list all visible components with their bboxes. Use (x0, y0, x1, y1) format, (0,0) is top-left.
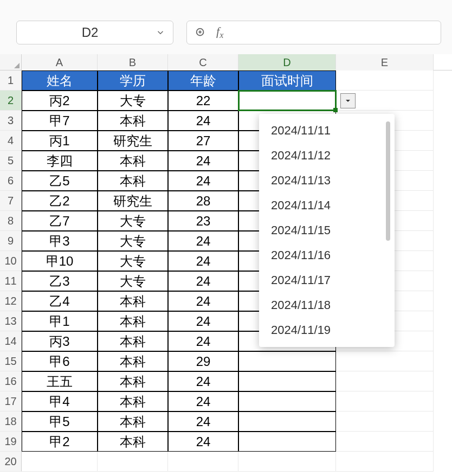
row-header[interactable]: 6 (0, 171, 22, 191)
cell-B7[interactable]: 研究生 (98, 191, 168, 211)
cell-C1[interactable]: 年龄 (168, 70, 238, 91)
cell-C18[interactable]: 24 (168, 411, 238, 432)
cell-A17[interactable]: 甲4 (22, 391, 98, 411)
dropdown-option[interactable]: 2024/11/16 (259, 243, 386, 268)
cell-A2[interactable]: 丙2 (22, 91, 98, 111)
cell-C4[interactable]: 27 (168, 131, 238, 151)
dropdown-scrollbar[interactable] (386, 121, 391, 339)
cell-D16[interactable] (238, 371, 336, 391)
cell-A12[interactable]: 乙4 (22, 291, 98, 311)
cell-C6[interactable]: 24 (168, 171, 238, 191)
dropdown-option[interactable]: 2024/11/19 (259, 318, 386, 343)
cell-D2[interactable] (238, 91, 336, 111)
cell-B12[interactable]: 本科 (98, 291, 168, 311)
row-header[interactable]: 9 (0, 231, 22, 251)
cell-A10[interactable]: 甲10 (22, 251, 98, 271)
cell-A14[interactable]: 丙3 (22, 331, 98, 351)
cell-B1[interactable]: 学历 (98, 70, 168, 91)
row-header[interactable]: 4 (0, 131, 22, 151)
cell-C10[interactable]: 24 (168, 251, 238, 271)
cell-E16[interactable] (336, 371, 434, 391)
dropdown-option[interactable]: 2024/11/13 (259, 168, 386, 193)
column-header-a[interactable]: A (22, 54, 98, 70)
validation-dropdown-button[interactable] (340, 93, 356, 108)
cell-E19[interactable] (336, 432, 434, 452)
cell-A11[interactable]: 乙3 (22, 271, 98, 291)
column-header-c[interactable]: C (168, 54, 238, 70)
cell-B6[interactable]: 本科 (98, 171, 168, 191)
cell-D1[interactable]: 面试时间 (238, 70, 336, 91)
cell-A7[interactable]: 乙2 (22, 191, 98, 211)
cell-C14[interactable]: 24 (168, 331, 238, 351)
row-header[interactable]: 3 (0, 111, 22, 131)
dropdown-option[interactable]: 2024/11/14 (259, 193, 386, 218)
cell-C5[interactable]: 24 (168, 151, 238, 171)
cell-A18[interactable]: 甲5 (22, 411, 98, 432)
cell-A1[interactable]: 姓名 (22, 70, 98, 91)
cell-A8[interactable]: 乙7 (22, 211, 98, 231)
cell-E15[interactable] (336, 351, 434, 371)
cell-A4[interactable]: 丙1 (22, 131, 98, 151)
dropdown-option[interactable]: 2024/11/12 (259, 143, 386, 168)
cell-C19[interactable]: 24 (168, 432, 238, 452)
cell-A20[interactable] (22, 452, 98, 472)
cell-C9[interactable]: 24 (168, 231, 238, 251)
row-header[interactable]: 19 (0, 432, 22, 452)
cell-C2[interactable]: 22 (168, 91, 238, 111)
cell-A5[interactable]: 李四 (22, 151, 98, 171)
row-header[interactable]: 12 (0, 291, 22, 311)
cell-E1[interactable] (336, 70, 434, 91)
lookup-icon[interactable] (195, 27, 206, 38)
cell-C20[interactable] (168, 452, 238, 472)
cell-B19[interactable]: 本科 (98, 432, 168, 452)
row-header[interactable]: 18 (0, 411, 22, 432)
cell-A13[interactable]: 甲1 (22, 311, 98, 331)
column-header-b[interactable]: B (98, 54, 168, 70)
row-header[interactable]: 17 (0, 391, 22, 411)
cell-D18[interactable] (238, 411, 336, 432)
row-header[interactable]: 11 (0, 271, 22, 291)
cell-A9[interactable]: 甲3 (22, 231, 98, 251)
dropdown-scrollbar-thumb[interactable] (386, 121, 390, 241)
column-header-d[interactable]: D (238, 54, 336, 70)
cell-A3[interactable]: 甲7 (22, 111, 98, 131)
cell-C7[interactable]: 28 (168, 191, 238, 211)
cell-B10[interactable]: 大专 (98, 251, 168, 271)
row-header[interactable]: 7 (0, 191, 22, 211)
formula-input[interactable] (233, 27, 433, 39)
cell-C3[interactable]: 24 (168, 111, 238, 131)
cell-E20[interactable] (336, 452, 434, 472)
cell-D19[interactable] (238, 432, 336, 452)
cell-B15[interactable]: 本科 (98, 351, 168, 371)
cell-C15[interactable]: 29 (168, 351, 238, 371)
cell-C12[interactable]: 24 (168, 291, 238, 311)
row-header[interactable]: 13 (0, 311, 22, 331)
row-header[interactable]: 10 (0, 251, 22, 271)
name-box[interactable]: D2 (16, 21, 173, 44)
cell-B3[interactable]: 本科 (98, 111, 168, 131)
cell-A15[interactable]: 甲6 (22, 351, 98, 371)
dropdown-option[interactable]: 2024/11/17 (259, 268, 386, 293)
cell-B11[interactable]: 大专 (98, 271, 168, 291)
cell-B18[interactable]: 本科 (98, 411, 168, 432)
row-header[interactable]: 14 (0, 331, 22, 351)
fx-label[interactable]: fx (216, 24, 223, 40)
cell-B4[interactable]: 研究生 (98, 131, 168, 151)
column-header-e[interactable]: E (336, 54, 434, 70)
cell-A19[interactable]: 甲2 (22, 432, 98, 452)
cell-B2[interactable]: 大专 (98, 91, 168, 111)
fill-handle[interactable] (333, 108, 338, 112)
dropdown-option[interactable]: 2024/11/18 (259, 293, 386, 318)
cell-B16[interactable]: 本科 (98, 371, 168, 391)
cell-C13[interactable]: 24 (168, 311, 238, 331)
cell-E18[interactable] (336, 411, 434, 432)
cell-B14[interactable]: 本科 (98, 331, 168, 351)
row-header[interactable]: 1 (0, 70, 22, 91)
row-header[interactable]: 15 (0, 351, 22, 371)
cell-B13[interactable]: 本科 (98, 311, 168, 331)
cell-D17[interactable] (238, 391, 336, 411)
cell-A6[interactable]: 乙5 (22, 171, 98, 191)
cell-B17[interactable]: 本科 (98, 391, 168, 411)
cell-C16[interactable]: 24 (168, 371, 238, 391)
row-header[interactable]: 2 (0, 91, 22, 111)
